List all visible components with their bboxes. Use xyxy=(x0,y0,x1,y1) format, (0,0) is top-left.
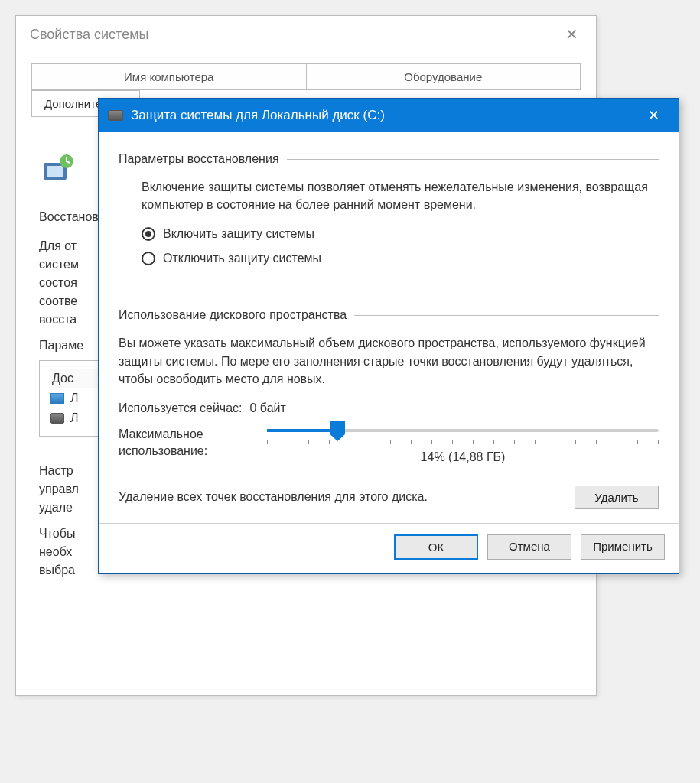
group1-divider xyxy=(287,159,659,160)
close-icon[interactable]: ✕ xyxy=(637,107,669,124)
drive-gray-icon xyxy=(50,413,64,424)
radio-enable-protection[interactable]: Включить защиту системы xyxy=(142,227,659,241)
close-icon[interactable]: ✕ xyxy=(556,25,587,44)
system-protection-dialog: Защита системы для Локальный диск (C:) ✕… xyxy=(98,98,679,574)
radio-off-icon xyxy=(142,252,155,265)
svg-rect-1 xyxy=(47,166,63,177)
current-usage-row: Используется сейчас: 0 байт xyxy=(119,401,659,415)
drive-icon xyxy=(108,110,123,121)
drive-label-1: Л xyxy=(70,411,79,425)
ok-button[interactable]: ОК xyxy=(394,534,478,560)
delete-button[interactable]: Удалить xyxy=(575,486,659,509)
restore-icon xyxy=(39,151,76,187)
max-usage-value: 14% (14,88 ГБ) xyxy=(267,450,659,464)
radio-disable-protection[interactable]: Отключить защиту системы xyxy=(142,252,659,265)
group-restore-settings: Параметры восстановления xyxy=(119,152,659,166)
group2-divider xyxy=(354,315,659,316)
radio-off-label: Отключить защиту системы xyxy=(163,252,321,265)
radio-on-icon xyxy=(142,227,155,241)
drive-blue-icon xyxy=(50,393,64,404)
delete-description: Удаление всех точек восстановления для э… xyxy=(119,489,559,505)
dialog-footer: ОК Отмена Применить xyxy=(99,523,679,573)
disk-usage-description: Вы можете указать максимальный объем дис… xyxy=(119,334,659,388)
dialog-title: Защита системы для Локальный диск (C:) xyxy=(131,108,385,123)
group2-title: Использование дискового пространства xyxy=(119,308,347,322)
tab-computer-name[interactable]: Имя компьютера xyxy=(31,63,307,90)
cancel-button[interactable]: Отмена xyxy=(487,534,571,560)
max-usage-label: Максимальное использование: xyxy=(119,426,256,460)
bg-titlebar: Свойства системы ✕ xyxy=(16,16,596,53)
max-usage-slider[interactable]: 14% (14,88 ГБ) xyxy=(267,426,659,464)
restore-description: Включение защиты системы позволяет отмен… xyxy=(142,178,659,213)
used-label: Используется сейчас: xyxy=(119,401,243,415)
tab-hardware[interactable]: Оборудование xyxy=(307,63,581,90)
group-disk-usage: Использование дискового пространства xyxy=(119,308,659,322)
dialog-titlebar: Защита системы для Локальный диск (C:) ✕ xyxy=(99,99,679,132)
group1-title: Параметры восстановления xyxy=(119,152,279,166)
radio-on-label: Включить защиту системы xyxy=(163,227,314,241)
bg-title: Свойства системы xyxy=(30,27,148,43)
drive-label-0: Л xyxy=(70,392,79,405)
apply-button[interactable]: Применить xyxy=(581,534,665,560)
slider-thumb[interactable] xyxy=(330,421,345,441)
used-value: 0 байт xyxy=(250,401,286,415)
tab-row-1: Имя компьютера Оборудование xyxy=(31,63,581,90)
slider-ticks xyxy=(267,440,659,444)
